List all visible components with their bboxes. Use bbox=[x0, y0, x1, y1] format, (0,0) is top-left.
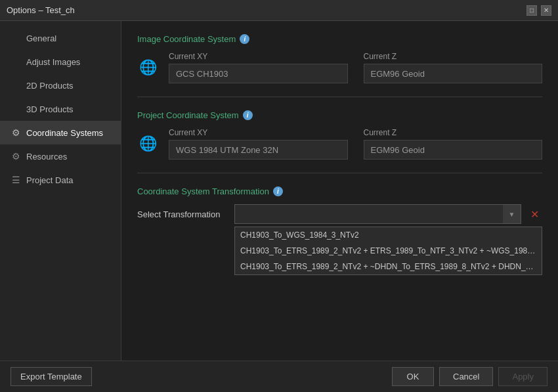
project-coord-info-icon[interactable]: i bbox=[243, 110, 253, 120]
image-z-input[interactable] bbox=[364, 64, 543, 83]
sidebar-item-3d-products[interactable]: 3D Products bbox=[0, 97, 121, 121]
bottom-left: Export Template bbox=[11, 367, 92, 386]
3d-products-icon bbox=[11, 104, 21, 114]
project-xy-input[interactable] bbox=[169, 140, 348, 160]
project-coord-title: Project Coordinate System i bbox=[137, 110, 542, 120]
sidebar-label-resources: Resources bbox=[26, 152, 67, 162]
dropdown-item-1[interactable]: CH1903_To_ETRS_1989_2_NTv2 + ETRS_1989_T… bbox=[235, 243, 542, 259]
transform-select-label: Select Transformation bbox=[137, 209, 229, 219]
cancel-button[interactable]: Cancel bbox=[439, 367, 493, 386]
project-coord-globe-icon[interactable]: 🌐 bbox=[137, 133, 158, 154]
image-coord-fields: Current XY Current Z bbox=[169, 52, 542, 83]
adjust-images-icon bbox=[11, 56, 21, 67]
sidebar: General Adjust Images 2D Products 3D Pro… bbox=[0, 21, 121, 360]
project-z-input[interactable] bbox=[364, 140, 543, 160]
title-bar-controls: □ ✕ bbox=[526, 5, 551, 16]
project-coord-section: Project Coordinate System i 🌐 Current XY… bbox=[137, 110, 542, 160]
project-z-label: Current Z bbox=[364, 128, 543, 137]
dropdown-options: CH1903_To_WGS_1984_3_NTv2 CH1903_To_ETRS… bbox=[234, 227, 542, 275]
sidebar-item-project-data[interactable]: ☰ Project Data bbox=[0, 168, 121, 192]
transform-row: Select Transformation CH1903_To_WGS_1984… bbox=[137, 204, 542, 224]
sidebar-item-2d-products[interactable]: 2D Products bbox=[0, 74, 121, 97]
image-coord-info-icon[interactable]: i bbox=[240, 34, 249, 44]
sidebar-label-3d-products: 3D Products bbox=[26, 104, 74, 114]
project-data-icon: ☰ bbox=[11, 175, 21, 185]
image-coord-title: Image Coordinate System i bbox=[137, 34, 542, 44]
transform-select[interactable]: CH1903_To_WGS_1984_3_NTv2 CH1903_To_ETRS… bbox=[234, 204, 521, 224]
bottom-bar: Export Template OK Cancel Apply bbox=[0, 360, 558, 392]
project-z-group: Current Z bbox=[364, 128, 543, 160]
project-xy-label: Current XY bbox=[169, 128, 348, 137]
image-z-group: Current Z bbox=[364, 52, 543, 83]
dropdown-item-2[interactable]: CH1903_To_ETRS_1989_2_NTv2 + ~DHDN_To_ET… bbox=[235, 259, 542, 274]
window-title: Options – Test_ch bbox=[7, 5, 75, 15]
sidebar-label-general: General bbox=[26, 33, 56, 43]
sidebar-item-coordinate-systems[interactable]: ⚙ Coordinate Systems bbox=[0, 121, 121, 144]
main-layout: General Adjust Images 2D Products 3D Pro… bbox=[0, 21, 558, 360]
2d-products-icon bbox=[11, 80, 21, 91]
image-xy-label: Current XY bbox=[169, 52, 348, 61]
content-area: Image Coordinate System i 🌐 Current XY C… bbox=[121, 21, 558, 360]
close-button[interactable]: ✕ bbox=[541, 5, 551, 16]
resources-icon: ⚙ bbox=[11, 151, 21, 162]
project-coord-fields: Current XY Current Z bbox=[169, 128, 542, 160]
image-z-label: Current Z bbox=[364, 52, 543, 61]
image-xy-group: Current XY bbox=[169, 52, 348, 83]
sidebar-item-general[interactable]: General bbox=[0, 26, 121, 50]
clear-transformation-button[interactable]: ✕ bbox=[526, 206, 542, 222]
sidebar-label-project-data: Project Data bbox=[26, 175, 74, 185]
general-icon bbox=[11, 33, 21, 43]
bottom-right: OK Cancel Apply bbox=[392, 367, 547, 386]
transformation-dropdown-list: CH1903_To_WGS_1984_3_NTv2 CH1903_To_ETRS… bbox=[234, 227, 542, 275]
sidebar-label-adjust-images: Adjust Images bbox=[26, 57, 80, 67]
transform-section: Coordinate System Transformation i Selec… bbox=[137, 186, 542, 275]
image-coord-row: 🌐 Current XY Current Z bbox=[137, 52, 542, 83]
maximize-button[interactable]: □ bbox=[526, 5, 537, 16]
sidebar-label-coordinate-systems: Coordinate Systems bbox=[26, 128, 103, 138]
divider-2 bbox=[137, 173, 542, 173]
ok-button[interactable]: OK bbox=[392, 367, 434, 386]
sidebar-item-adjust-images[interactable]: Adjust Images bbox=[0, 50, 121, 74]
transform-info-icon[interactable]: i bbox=[273, 186, 283, 196]
divider-1 bbox=[137, 97, 542, 97]
image-coord-globe-icon[interactable]: 🌐 bbox=[137, 57, 158, 78]
dropdown-item-0[interactable]: CH1903_To_WGS_1984_3_NTv2 bbox=[235, 227, 542, 243]
title-bar: Options – Test_ch □ ✕ bbox=[0, 0, 558, 21]
coordinate-systems-icon: ⚙ bbox=[11, 127, 21, 138]
project-xy-group: Current XY bbox=[169, 128, 348, 160]
transform-select-wrapper: CH1903_To_WGS_1984_3_NTv2 CH1903_To_ETRS… bbox=[234, 204, 521, 224]
sidebar-label-2d-products: 2D Products bbox=[26, 81, 74, 91]
image-coord-section: Image Coordinate System i 🌐 Current XY C… bbox=[137, 34, 542, 83]
apply-button[interactable]: Apply bbox=[498, 367, 547, 386]
export-template-button[interactable]: Export Template bbox=[11, 367, 92, 386]
image-xy-input[interactable] bbox=[169, 64, 348, 83]
sidebar-item-resources[interactable]: ⚙ Resources bbox=[0, 144, 121, 168]
project-coord-row: 🌐 Current XY Current Z bbox=[137, 128, 542, 160]
transform-title: Coordinate System Transformation i bbox=[137, 186, 542, 196]
